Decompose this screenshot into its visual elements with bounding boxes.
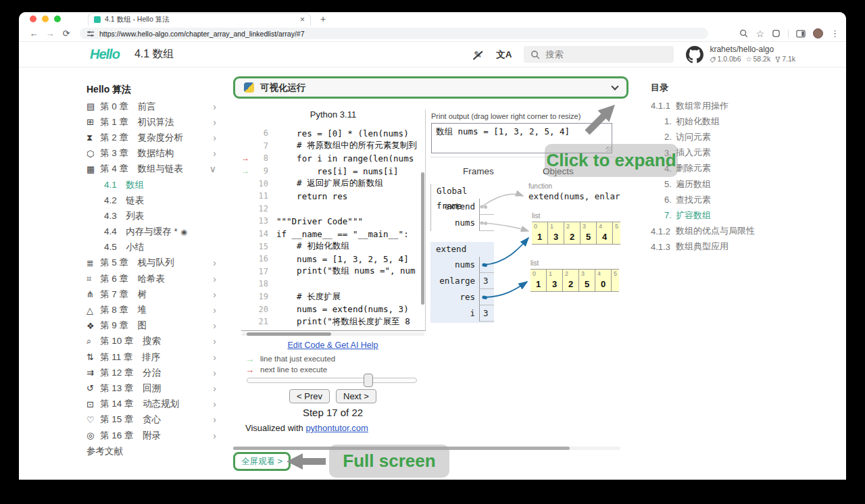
browser-toolbar: ← → ⟳ https://www.hello-algo.com/chapter… [19, 26, 846, 42]
site-logo[interactable]: Hello [90, 47, 120, 62]
github-repo-link[interactable]: krahets/hello-algo 1.0.0b6 ☆58.2k 7.1k [686, 45, 795, 64]
sidebar-item[interactable]: ▤ 第 0 章 前言 › [86, 99, 216, 114]
fullscreen-button[interactable]: 全屏观看 > [233, 452, 291, 471]
sidebar-item[interactable]: ♡ 第 15 章 贪心 › [86, 412, 216, 428]
toc-item[interactable]: 6. 查找元素 [651, 192, 816, 207]
chevron-icon[interactable]: › [213, 414, 216, 425]
visual-run-panel-header[interactable]: 可视化运行 [233, 76, 628, 99]
chevron-icon[interactable]: › [213, 257, 216, 268]
sidebar-item[interactable]: ≣ 第 5 章 栈与队列 › [86, 255, 216, 271]
sidebar-item[interactable]: ▦ 第 4 章 数组与链表 ∨ [86, 161, 216, 177]
chevron-icon[interactable]: › [213, 305, 216, 316]
sidebar-item[interactable]: ◎ 第 16 章 附录 › [86, 428, 216, 443]
search-box[interactable] [524, 46, 674, 63]
sidebar-item[interactable]: ↺ 第 13 章 回溯 › [86, 380, 216, 396]
sidebar-item[interactable]: 4.5 小结 [86, 240, 216, 255]
browser-tab[interactable]: 4.1 数组 - Hello 算法 × [88, 13, 311, 26]
sidebar-item[interactable]: Hello 算法 [86, 81, 216, 99]
sidebar-item[interactable]: △ 第 8 章 堆 › [86, 302, 216, 318]
minimize-window-button[interactable] [42, 16, 49, 22]
reload-button[interactable]: ⟳ [58, 28, 74, 39]
chevron-icon[interactable]: › [213, 101, 216, 112]
toc-item[interactable]: 4.1.1 数组常用操作 [651, 98, 816, 114]
chevron-icon[interactable]: › [213, 336, 216, 347]
side-panel-icon[interactable] [796, 30, 806, 38]
step-slider[interactable] [247, 378, 417, 383]
toc-item[interactable]: 5. 遍历数组 [651, 176, 816, 192]
sidebar-item[interactable]: ⬡ 第 3 章 数据结构 › [86, 146, 216, 161]
chapter-icon: ◎ [86, 430, 100, 440]
code-horizontal-scrollbar[interactable] [241, 332, 424, 336]
sidebar-item[interactable]: ⊡ 第 14 章 动态规划 › [86, 397, 216, 412]
close-tab-icon[interactable]: × [300, 15, 305, 24]
chevron-icon[interactable]: › [213, 430, 216, 441]
tooltip-click-to-expand: Click to expand [545, 144, 678, 177]
sidebar-item[interactable]: 4.1 数组 [86, 177, 216, 193]
cell-value: 2 [563, 279, 578, 289]
close-window-button[interactable] [30, 16, 36, 22]
scrollbar-thumb[interactable] [247, 332, 331, 336]
slider-handle[interactable] [364, 374, 373, 387]
cell-index: 0 [534, 223, 537, 230]
chapter-icon: ↺ [86, 383, 100, 393]
new-tab-button[interactable]: + [320, 14, 326, 24]
profile-avatar[interactable] [813, 28, 823, 39]
next-button[interactable]: Next > [336, 389, 376, 403]
address-bar[interactable]: https://www.hello-algo.com/chapter_array… [80, 28, 708, 39]
sidebar-item-label: 第 3 章 数据结构 [100, 147, 174, 159]
sidebar-item[interactable]: ⌗ 第 6 章 哈希表 › [86, 271, 216, 286]
tab-strip: 4.1 数组 - Hello 算法 × + [19, 12, 846, 26]
sidebar-item[interactable]: 4.3 列表 [86, 208, 216, 224]
sidebar-item[interactable]: ⇉ 第 12 章 分治 › [86, 365, 216, 380]
chevron-icon[interactable]: › [213, 320, 216, 331]
chevron-icon[interactable]: › [213, 352, 216, 363]
maximize-window-button[interactable] [54, 16, 61, 22]
sidebar-item-label: 参考文献 [86, 445, 123, 457]
sidebar-item[interactable]: ⇅ 第 11 章 排序 › [86, 349, 216, 365]
sidebar-item[interactable]: 参考文献 [86, 443, 216, 459]
toc-item[interactable]: 4.1.3 数组典型应用 [651, 239, 816, 255]
function-signature: extend(nums, enlarg [528, 191, 620, 201]
language-icon[interactable]: 文A [496, 49, 512, 61]
sidebar-item[interactable]: 4.4 内存与缓存 * ◉ [86, 224, 216, 240]
repo-name: krahets/hello-algo [710, 45, 795, 55]
browser-menu-icon[interactable]: ⋮ [831, 28, 839, 39]
sidebar-item[interactable]: ⋔ 第 7 章 树 › [86, 286, 216, 302]
chevron-icon[interactable]: › [213, 117, 216, 128]
chevron-icon[interactable]: › [213, 368, 216, 378]
bookmark-star-icon[interactable]: ☆ [756, 28, 764, 39]
back-button[interactable]: ← [26, 28, 42, 39]
extensions-icon[interactable] [772, 29, 781, 38]
toc-item[interactable]: 1. 初始化数组 [651, 114, 816, 129]
toc-item[interactable]: 2. 访问元素 [651, 129, 816, 145]
sidebar-item[interactable]: ⊞ 第 1 章 初识算法 › [86, 114, 216, 130]
toc-item[interactable]: 7. 扩容数组 [651, 207, 816, 223]
chevron-icon[interactable]: › [213, 289, 216, 300]
code-pane[interactable]: Python 3.11 6 res = [0] * (len(nums) 7 #… [241, 109, 426, 331]
code-line: 12 [241, 203, 425, 216]
toc-item-number: 4.1.2 [651, 226, 676, 236]
toc-item[interactable]: 4.1.2 数组的优点与局限性 [651, 224, 816, 239]
chevron-down-icon[interactable] [611, 82, 618, 90]
forward-button[interactable]: → [42, 28, 58, 39]
sidebar-item[interactable]: 4.2 链表 [86, 193, 216, 208]
sidebar-item[interactable]: ❖ 第 9 章 图 › [86, 318, 216, 334]
chevron-icon[interactable]: ∨ [209, 163, 216, 174]
cell-index: 4 [599, 223, 602, 230]
chevron-icon[interactable]: › [213, 399, 216, 409]
prev-button[interactable]: < Prev [289, 389, 330, 403]
edit-code-link[interactable]: Edit Code & Get AI Help [241, 341, 424, 350]
site-settings-icon[interactable] [86, 30, 95, 38]
variable-value: 3 [479, 273, 494, 289]
pythontutor-link[interactable]: pythontutor.com [305, 423, 368, 433]
sidebar-item[interactable]: ⌕ 第 10 章 搜索 › [86, 334, 216, 349]
chevron-icon[interactable]: › [213, 132, 216, 143]
chevron-icon[interactable]: › [213, 383, 216, 394]
chevron-icon[interactable]: › [213, 274, 216, 284]
sidebar-item[interactable]: ⧗ 第 2 章 复杂度分析 › [86, 130, 216, 145]
chevron-icon[interactable]: › [213, 148, 216, 159]
search-input[interactable] [545, 49, 653, 59]
code-vertical-scrollbar[interactable] [421, 172, 424, 305]
zoom-icon[interactable] [739, 29, 748, 38]
theme-toggle-icon[interactable]: ✎ [472, 49, 484, 60]
